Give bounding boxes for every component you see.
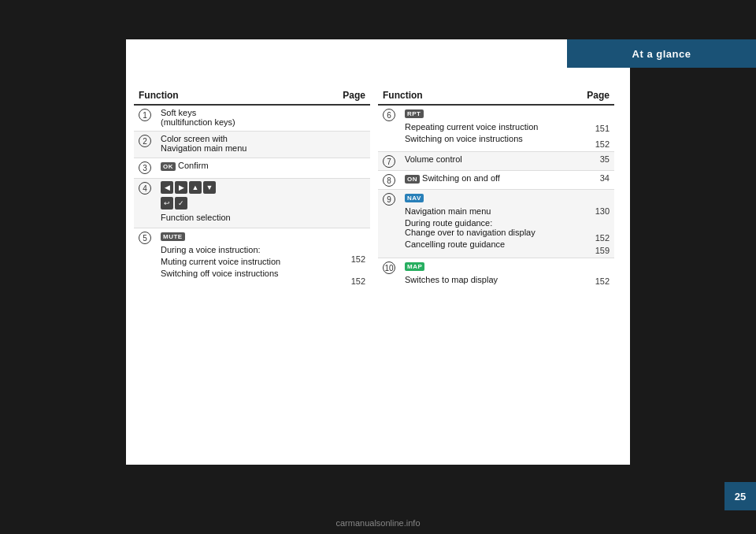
row-function: ◀ ▶ ▲ ▼ ↩ ✓ Function selection <box>156 178 328 228</box>
row-function: OK Confirm <box>156 158 328 178</box>
table-row: 6 RPT Repeating current voice instructio… <box>378 105 614 152</box>
map-badge: MAP <box>405 262 424 271</box>
right-arrow-icon: ▶ <box>175 181 187 194</box>
row-page <box>328 105 370 132</box>
on-badge: ON <box>405 175 420 184</box>
row-num: 3 <box>134 158 156 178</box>
table-row: 7 Volume control 35 <box>378 152 614 171</box>
table-row: 4 ◀ ▶ ▲ ▼ ↩ ✓ Function selection <box>134 178 370 228</box>
row-page <box>328 178 370 228</box>
forward-arrow-icon: ✓ <box>175 197 187 210</box>
table-row: 5 MUTE During a voice instruction: Mutin… <box>134 228 370 288</box>
row-function: ON Switching on and off <box>400 171 575 190</box>
row-page: 152 <box>575 258 614 289</box>
row-page: 130 152 159 <box>575 190 614 258</box>
right-function-table: Function Page 6 RPT Repeating current vo… <box>378 87 614 288</box>
left-function-table: Function Page 1 Soft keys(multifunction … <box>134 87 370 288</box>
row-page: 34 <box>575 171 614 190</box>
row-num: 7 <box>378 152 400 171</box>
nav-badge: NAV <box>405 194 424 202</box>
row-page <box>328 158 370 178</box>
table-row: 1 Soft keys(multifunction keys) <box>134 105 370 132</box>
row-page: 152 152 <box>328 228 370 288</box>
row-num: 1 <box>134 105 156 132</box>
left-arrow-icon: ◀ <box>161 181 173 194</box>
table-row: 3 OK Confirm <box>134 158 370 178</box>
row-page: 151 152 <box>575 105 614 152</box>
right-function-col-header: Function <box>378 87 575 105</box>
left-page-col-header: Page <box>328 87 370 105</box>
table-row: 10 MAP Switches to map display 152 <box>378 258 614 289</box>
left-function-col-header: Function <box>134 87 328 105</box>
row-function: Color screen withNavigation main menu <box>156 132 328 158</box>
row-num: 10 <box>378 258 400 289</box>
up-arrow-icon: ▲ <box>189 181 202 194</box>
row-num: 6 <box>378 105 400 152</box>
page-number: 25 <box>735 491 746 502</box>
table-row: 8 ON Switching on and off 34 <box>378 171 614 190</box>
row-function: MAP Switches to map display <box>400 258 575 289</box>
right-page-col-header: Page <box>575 87 614 105</box>
page-number-box: 25 <box>724 482 756 510</box>
row-page: 35 <box>575 152 614 171</box>
row-num: 8 <box>378 171 400 190</box>
row-num: 4 <box>134 178 156 228</box>
row-function: Soft keys(multifunction keys) <box>156 105 328 132</box>
ok-badge: OK <box>161 162 176 171</box>
row-function: MUTE During a voice instruction: Muting … <box>156 228 328 288</box>
at-a-glance-label: At a glance <box>632 48 691 60</box>
row-function: NAV Navigation main menu During route gu… <box>400 190 575 258</box>
row-num: 5 <box>134 228 156 288</box>
table-row: 9 NAV Navigation main menu During route … <box>378 190 614 258</box>
at-a-glance-tab: At a glance <box>567 39 756 68</box>
watermark: carmanualsonline.info <box>0 518 756 528</box>
row-page <box>328 132 370 158</box>
row-function: RPT Repeating current voice instruction … <box>400 105 575 152</box>
mute-badge: MUTE <box>161 232 185 241</box>
rpt-badge: RPT <box>405 109 424 118</box>
main-content: Function Page 1 Soft keys(multifunction … <box>134 87 622 288</box>
row-num: 9 <box>378 190 400 258</box>
down-arrow-icon: ▼ <box>203 181 216 194</box>
table-row: 2 Color screen withNavigation main menu <box>134 132 370 158</box>
back-arrow-icon: ↩ <box>161 197 173 210</box>
row-num: 2 <box>134 132 156 158</box>
row-function: Volume control <box>400 152 575 171</box>
